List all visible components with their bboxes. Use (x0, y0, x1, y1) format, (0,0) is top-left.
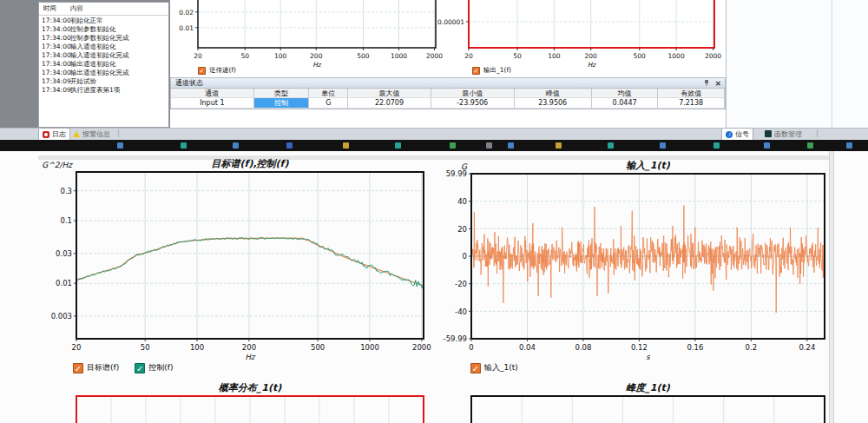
log-row: 17:34:00输出通道初始化 (39, 60, 168, 69)
log-panel: 时间 内容 17:34:00初始化正常17:34:00控制参数初始化17:34:… (38, 2, 169, 128)
taskbar-icon (764, 142, 770, 149)
taskbar-icon (713, 142, 720, 149)
taskbar-icon (660, 142, 666, 149)
taskbar-icon (343, 142, 349, 149)
channel-row[interactable]: Input 1控制G22.0709-23.950623.95060.04477.… (171, 98, 725, 109)
column-header: 最小值 (431, 89, 515, 98)
legend-label: 逆传递(f) (209, 66, 236, 75)
legend-item[interactable]: ✓控制(f) (135, 362, 173, 373)
tab-signal[interactable]: i 信号 (721, 128, 753, 140)
legend-item[interactable]: ✓输出_1(f) (472, 66, 511, 75)
log-col-time: 时间 (43, 3, 56, 15)
taskbar-icon (486, 142, 492, 149)
log-row: 17:34:00输入通道初始化完成 (39, 51, 168, 60)
tab-separator: | (117, 129, 120, 137)
warning-icon (73, 131, 80, 137)
column-header: 均值 (592, 89, 659, 98)
taskbar-icon (117, 142, 123, 149)
workspace-top-strip (38, 155, 830, 160)
function-manager-icon (765, 130, 772, 137)
close-icon[interactable]: × (714, 79, 721, 88)
log-row: 17:34:00初始化正常 (39, 17, 168, 25)
channel-status-title: 通道状态 (175, 79, 203, 87)
tab-function-manager[interactable]: 函数管理 (761, 128, 806, 140)
taskbar-strip (0, 140, 868, 151)
legend-output-spectrum: ✓输出_1(f) (472, 66, 511, 75)
column-header: 单位 (309, 89, 348, 98)
legend-item[interactable]: ✓目标谱(f) (73, 362, 119, 373)
taskbar-icon (233, 142, 239, 149)
app-window: 时间 内容 17:34:00初始化正常17:34:00控制参数初始化17:34:… (0, 0, 868, 423)
legend-checkbox[interactable]: ✓ (472, 67, 480, 75)
legend-target-control-psd: ✓目标谱(f)✓控制(f) (73, 362, 173, 373)
legend-item[interactable]: ✓输入_1(t) (470, 362, 518, 373)
channel-status-panel: 通道状态 × 通道类型单位最大值最小值峰值均值有效值 Input 1控制G22.… (170, 77, 726, 109)
log-icon (43, 131, 49, 138)
tab-alarm-label: 报警信息 (82, 129, 110, 139)
channel-cell: 23.9506 (515, 98, 592, 109)
tab-signal-label: 信号 (735, 129, 749, 139)
legend-item[interactable]: ✓逆传递(f) (198, 66, 236, 75)
log-rows: 17:34:00初始化正常17:34:00控制参数初始化17:34:00控制参数… (39, 17, 168, 95)
log-row: 17:34:00控制参数初始化 (39, 25, 168, 34)
channel-table-header: 通道类型单位最大值最小值峰值均值有效值 (171, 89, 725, 98)
channel-cell: -23.9506 (431, 98, 515, 109)
taskbar-icon (508, 142, 514, 149)
channel-cell: 7.2138 (658, 98, 725, 109)
tab-log[interactable]: 日志 (38, 128, 70, 140)
tab-function-manager-label: 函数管理 (774, 129, 802, 139)
log-row: 17:34:00控制参数初始化完成 (39, 34, 168, 43)
signal-info-icon: i (726, 131, 733, 138)
legend-checkbox[interactable]: ✓ (470, 363, 481, 373)
legend-label: 输入_1(t) (484, 362, 518, 373)
log-header: 时间 内容 (39, 3, 168, 16)
channel-cell: Input 1 (171, 98, 254, 109)
legend-checkbox[interactable]: ✓ (198, 67, 206, 75)
channel-status-titlebar: 通道状态 × (171, 78, 725, 89)
taskbar-icon (450, 142, 456, 149)
chart-workspace (0, 151, 868, 423)
log-row: 17:34:09开始试验 (39, 77, 168, 86)
taskbar-icon (395, 142, 401, 149)
legend-checkbox[interactable]: ✓ (73, 363, 83, 373)
log-row: 17:34:00输出通道初始化完成 (39, 69, 168, 77)
tab-alarm[interactable]: 报警信息 (69, 128, 114, 140)
legend-label: 输出_1(f) (483, 66, 511, 75)
log-row: 17:34:00输入通道初始化 (39, 43, 168, 51)
tab-separator: | (816, 129, 819, 137)
taskbar-icon (286, 142, 293, 149)
taskbar-icon (807, 142, 813, 149)
channel-cell: 控制 (254, 98, 310, 109)
column-header: 类型 (254, 89, 310, 98)
legend-checkbox[interactable]: ✓ (135, 363, 145, 373)
legend-label: 控制(f) (148, 362, 173, 373)
column-header: 最大值 (348, 89, 431, 98)
legend-inverse-transfer: ✓逆传递(f) (198, 66, 236, 75)
pin-icon[interactable] (703, 79, 710, 87)
right-side-panel (726, 0, 868, 128)
channel-cell: 0.0447 (592, 98, 659, 109)
channel-cell: 22.0709 (348, 98, 431, 109)
taskbar-icon (846, 142, 852, 149)
panel-divider (832, 0, 832, 128)
tab-log-label: 日志 (52, 129, 66, 139)
log-row: 17:34:09执行进度表第1项 (39, 86, 168, 95)
legend-label: 目标谱(f) (87, 362, 119, 373)
taskbar-icon (608, 142, 614, 149)
taskbar-icon (556, 142, 562, 149)
workspace-divider (829, 151, 834, 423)
column-header: 峰值 (515, 89, 592, 98)
column-header: 通道 (171, 89, 254, 98)
taskbar-icon (181, 142, 187, 149)
channel-cell: G (309, 98, 348, 109)
column-header: 有效值 (658, 89, 725, 98)
legend-input-waveform: ✓输入_1(t) (470, 362, 518, 373)
log-col-content: 内容 (70, 3, 83, 15)
